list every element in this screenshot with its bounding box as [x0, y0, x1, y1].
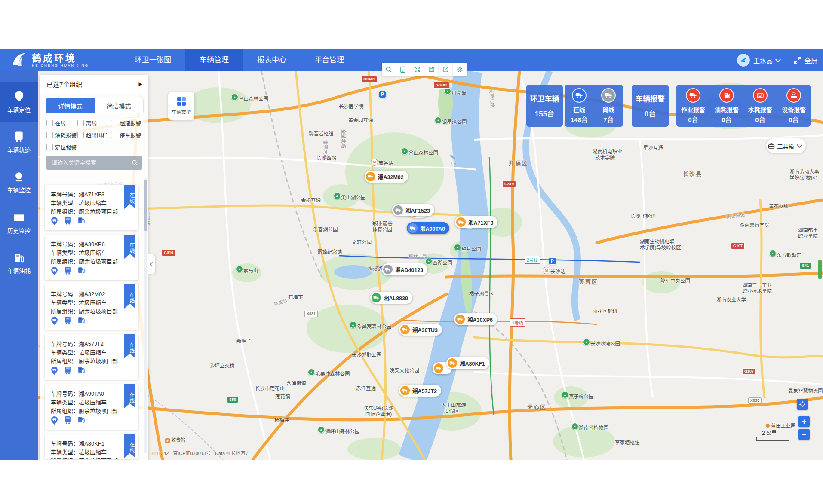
map-district-label: 天心区 [527, 403, 547, 411]
map-label: 职业技术学院 [742, 287, 772, 294]
locate-button[interactable] [797, 399, 808, 410]
device-view-icon[interactable] [396, 63, 410, 76]
sidebar-item-vehicle-location[interactable]: 车辆定位 [0, 82, 38, 122]
vehicle-marker[interactable]: 湘A30XP6 [454, 313, 497, 325]
locate-vehicle-icon[interactable] [51, 316, 58, 325]
locate-vehicle-icon[interactable] [51, 366, 58, 375]
locate-vehicle-icon[interactable] [51, 266, 58, 275]
user-name[interactable]: 王水晶 [753, 56, 773, 65]
track-vehicle-icon[interactable] [64, 217, 72, 226]
vehicle-card[interactable]: 车牌号码：湘A90TA0 车辆类型：垃圾压缩车 所属组织：厨余垃圾项目部 在线 [45, 384, 138, 430]
track-vehicle-icon[interactable] [64, 316, 72, 325]
map-label: 沙坪立交桥 [210, 362, 235, 369]
search-icon[interactable] [132, 159, 138, 166]
vehicle-card[interactable]: 车牌号码：湘A32M02 车辆类型：垃圾压缩车 所属组织：厨余垃圾项目部 在线 [45, 284, 138, 330]
locate-vehicle-icon[interactable] [51, 217, 58, 226]
checkbox[interactable] [46, 120, 53, 126]
export-icon[interactable] [439, 63, 453, 76]
zoom-out-button[interactable]: − [798, 429, 810, 440]
fuel-vehicle-icon[interactable] [77, 416, 85, 425]
fuel-vehicle-icon[interactable] [77, 366, 85, 375]
vehicle-card[interactable]: 车牌号码：湘A57JT2 车辆类型：垃圾压缩车 所属组织：厨余垃圾项目部 在线 [45, 334, 138, 380]
map-label: 东方韵动汇 [777, 251, 802, 258]
user-avatar[interactable] [737, 54, 750, 67]
vehicle-marker[interactable]: 湘A30TU3 [399, 324, 442, 336]
filter-fuel-alarm[interactable]: 油耗报警 [46, 131, 77, 139]
vehicle-marker[interactable]: 湘AD40123 [382, 263, 427, 275]
checkbox[interactable] [46, 144, 53, 150]
checkbox[interactable] [111, 132, 117, 138]
checkbox[interactable] [77, 120, 84, 126]
filter-geofence-alarm[interactable]: 超出围栏 [77, 131, 111, 139]
search-input[interactable] [51, 159, 132, 166]
checkbox[interactable] [111, 120, 117, 126]
fuel-vehicle-icon[interactable] [77, 316, 85, 325]
filter-location-alarm[interactable]: 定位报警 [46, 143, 77, 151]
fullscreen-button[interactable]: 全屏 [794, 55, 818, 65]
sidebar-item-vehicle-track[interactable]: 车辆轨迹 [0, 122, 38, 162]
vehicle-list-panel: 已选7个组织 ▶ 详情模式 简洁模式 在线 离线 超速报警 油耗报警 超出围栏 … [40, 75, 148, 460]
map-label: 毛栗冲森林公园 [315, 370, 350, 377]
vehicle-card[interactable]: 车牌号码：湘A71XF3 车辆类型：垃圾压缩车 所属组织：厨余垃圾项目部 在线 [45, 185, 138, 230]
nav-platform-management[interactable]: 平台管理 [301, 49, 358, 71]
expand-extent-icon[interactable] [410, 63, 424, 76]
vehicle-marker[interactable]: 湘AF1523 [392, 204, 434, 216]
toolbox-button[interactable]: 工具箱 [766, 138, 806, 153]
tab-detail-mode[interactable]: 详情模式 [46, 98, 95, 113]
fuel-vehicle-icon[interactable] [77, 266, 85, 275]
filter-offline[interactable]: 离线 [77, 119, 111, 127]
filter-overspeed-alarm[interactable]: 超速报警 [111, 119, 141, 127]
filter-parking-alarm[interactable]: 停车报警 [111, 131, 141, 139]
metro-line-badge: 1号线 [510, 318, 525, 327]
sidebar-item-vehicle-fuel[interactable]: 车辆油耗 [0, 243, 38, 284]
marker-plate: 湘A30TU3 [412, 326, 438, 334]
park-pin-icon: ▲ [571, 423, 578, 430]
vehicle-type-label: 车辆类型 [172, 108, 191, 115]
track-vehicle-icon[interactable] [64, 266, 72, 275]
locate-vehicle-icon[interactable] [51, 416, 58, 425]
map-label: 月亮岛 [451, 89, 467, 96]
vehicle-marker[interactable]: 湘AL8839 [370, 292, 412, 304]
offline-truck-icon [601, 88, 616, 103]
vehicle-marker-selected[interactable]: 湘A90TA0 [407, 222, 449, 234]
nav-report-center[interactable]: 报表中心 [243, 49, 301, 71]
sidebar-item-history-monitor[interactable]: 历史监控 [0, 203, 38, 243]
right-scroll-thumb[interactable] [818, 260, 822, 279]
measure-tool-icon[interactable] [382, 63, 396, 76]
fuel-vehicle-icon[interactable] [77, 217, 85, 226]
map-base-layer [38, 71, 823, 460]
expand-right-icon[interactable]: ▶ [139, 81, 142, 87]
vehicle-card[interactable]: 车牌号码：湘A80KF1 车辆类型：垃圾压缩车 所属组织：厨余垃圾项目部 在线 [45, 434, 138, 459]
chevron-down-icon[interactable] [775, 57, 781, 62]
track-vehicle-icon[interactable] [64, 416, 72, 425]
track-vehicle-icon[interactable] [64, 366, 72, 375]
vehicle-type-button[interactable]: 车辆类型 [168, 92, 194, 120]
nav-vehicle-management[interactable]: 车辆管理 [185, 49, 243, 71]
settings-gear-icon[interactable] [453, 63, 467, 76]
vehicle-card[interactable]: 车牌号码：湘A30XP6 车辆类型：垃圾压缩车 所属组织：厨余垃圾项目部 在线 [45, 235, 138, 280]
checkbox[interactable] [46, 132, 53, 138]
vehicle-marker[interactable]: 湘A32M02 [365, 171, 408, 183]
list-scrollbar-thumb[interactable] [144, 180, 147, 231]
vehicle-plate: 湘A80KF1 [79, 440, 104, 447]
sidebar-item-vehicle-monitor[interactable]: 车辆监控 [0, 162, 38, 203]
vehicle-marker[interactable]: 湘A71XF3 [455, 216, 497, 228]
vehicle-marker[interactable]: 湘A80KF1 [446, 357, 489, 369]
nav-overview-map[interactable]: 环卫一张图 [120, 49, 185, 71]
logo-icon [9, 51, 28, 70]
panel-collapse-handle[interactable] [148, 254, 155, 274]
park-pin-icon: ▲ [401, 148, 408, 155]
checkbox[interactable] [77, 132, 84, 138]
status-badge: 在线 [124, 235, 135, 259]
map-label: 文轩公园 [352, 238, 372, 245]
road-badge: X081 [304, 311, 318, 317]
tab-simple-mode[interactable]: 简洁模式 [95, 98, 143, 113]
left-sidebar: 车辆定位 车辆轨迹 车辆监控 历史监控 车辆油耗 [0, 71, 38, 460]
save-icon[interactable] [424, 63, 439, 76]
filter-online[interactable]: 在线 [46, 119, 77, 127]
scale-label: 2 公里 [762, 430, 777, 436]
zoom-in-button[interactable]: + [798, 416, 810, 427]
park-pin-icon: ▲ [562, 391, 568, 398]
vehicle-marker[interactable]: 湘A57JT2 [399, 385, 441, 397]
map-canvas[interactable]: 金星北路 芙蓉北路 雷锋大道 杭长高速 湘江 三环线 高成线 枫林三路 乌山森林… [38, 71, 823, 460]
